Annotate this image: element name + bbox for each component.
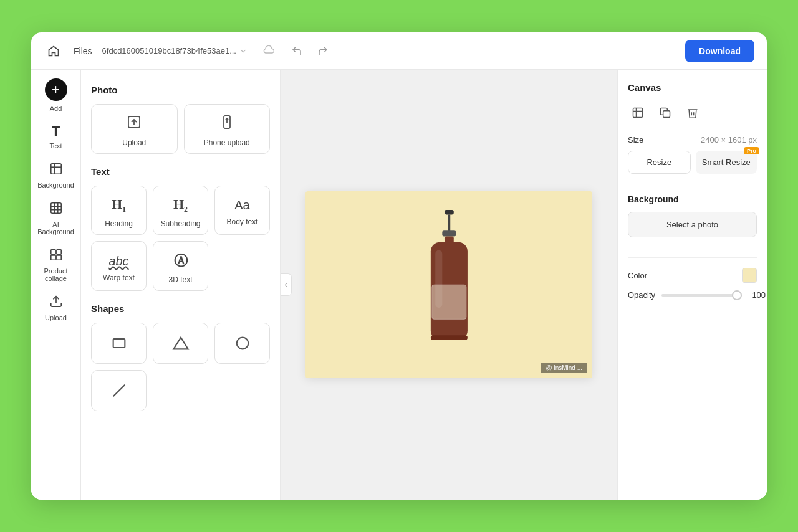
select-photo-button[interactable]: Select a photo [628,212,757,237]
right-panel: Canvas Size 2400 × 1601 px Resize [617,70,767,500]
upload-card-icon [127,115,142,133]
nav-ai-background[interactable]: AI Background [36,196,76,240]
redo-button[interactable] [314,42,332,60]
svg-rect-5 [56,250,60,254]
collapse-panel-button[interactable]: ‹ [281,273,292,296]
photo-grid: Upload Phone upload [91,104,270,154]
background-section-title: Background [628,194,757,204]
divider-1 [628,184,757,184]
phone-upload-icon [219,115,234,133]
svg-rect-17 [445,210,454,214]
svg-rect-6 [50,255,55,260]
svg-rect-24 [430,335,467,340]
nav-product-collage-label: Product collage [40,267,72,282]
warp-text-card[interactable]: abc Warp text [91,241,147,291]
heading-card[interactable]: H1 Heading [91,186,147,235]
undo-redo-actions [287,42,332,60]
home-button[interactable] [44,41,64,61]
color-row: Color [628,268,757,283]
style-icon[interactable] [628,103,648,123]
subheading-label: Subheading [160,219,200,228]
divider-2 [628,257,757,258]
text-section-title: Text [91,166,270,177]
rectangle-shape[interactable] [91,323,147,364]
cloud-icon [262,44,275,59]
watermark: @ insMind ... [541,363,587,373]
body-text-icon: Aa [234,198,249,212]
app-body: + Add T Text Background AI Background [31,70,767,500]
svg-rect-23 [431,285,466,319]
duplicate-icon[interactable] [655,103,675,123]
text-icon: T [52,123,60,140]
product-bottle [415,210,484,359]
svg-rect-7 [56,255,60,260]
warp-text-label: Warp text [103,273,135,282]
shapes-row2 [91,370,270,411]
three-d-text-card[interactable]: Ⓐ 3D text [153,241,208,291]
upload-icon [49,295,63,311]
download-button[interactable]: Download [685,40,754,62]
svg-line-16 [113,385,125,397]
canvas-area: ‹ [281,70,617,500]
size-value: 2400 × 1601 px [701,135,757,145]
add-label: Add [50,105,62,112]
undo-button[interactable] [287,42,306,60]
svg-rect-19 [442,230,456,236]
circle-shape[interactable] [214,323,270,364]
phone-upload-card-label: Phone upload [204,138,250,147]
add-panel: Photo Upload Phone upload Text [81,70,281,500]
canvas-action-icons [628,103,757,123]
svg-rect-26 [663,111,670,118]
shapes-section-title: Shapes [91,303,270,314]
nav-upload-label: Upload [45,314,67,321]
left-nav: + Add T Text Background AI Background [31,70,81,500]
add-nav-item[interactable]: + Add [45,78,67,112]
resize-row: Resize Smart Resize Pro [628,151,757,174]
product-collage-icon [49,248,63,265]
resize-button[interactable]: Resize [628,151,691,174]
add-button[interactable]: + [45,78,67,101]
opacity-slider[interactable] [661,294,742,297]
size-label: Size [628,135,643,145]
text-grid: H1 Heading H2 Subheading Aa Body text ab… [91,186,270,291]
nav-ai-background-label: AI Background [37,221,74,235]
nav-background[interactable]: Background [36,157,76,194]
line-shape[interactable] [91,370,147,411]
subheading-icon: H2 [173,196,188,214]
color-swatch[interactable] [742,268,757,283]
subheading-card[interactable]: H2 Subheading [153,186,208,235]
nav-text[interactable]: T Text [36,118,76,154]
upload-card[interactable]: Upload [91,104,178,154]
header: Files 6fdcd160051019bc18f73b4fe53ae1... … [31,32,767,70]
upload-card-label: Upload [122,138,146,147]
svg-point-15 [236,338,248,349]
body-text-label: Body text [226,217,257,226]
opacity-row: Opacity 100 [628,290,757,300]
background-icon [49,162,63,179]
opacity-value: 100 [748,290,766,300]
svg-rect-18 [448,214,450,232]
delete-icon[interactable] [683,103,703,123]
three-d-text-label: 3D text [168,275,192,284]
photo-section-title: Photo [91,85,270,95]
nav-upload[interactable]: Upload [36,290,76,326]
nav-background-label: Background [37,181,74,189]
ai-background-icon [49,201,63,218]
nav-text-label: Text [49,142,62,150]
three-d-text-icon: Ⓐ [174,252,188,270]
smart-resize-button[interactable]: Smart Resize Pro [696,151,757,174]
phone-upload-card[interactable]: Phone upload [184,104,271,154]
shapes-grid [91,323,270,364]
svg-rect-25 [633,108,643,118]
warp-text-icon: abc [108,254,128,268]
svg-rect-4 [50,250,55,254]
nav-product-collage[interactable]: Product collage [36,243,76,287]
opacity-label: Opacity [628,290,655,300]
svg-rect-0 [50,164,61,174]
files-link[interactable]: Files [74,46,92,56]
svg-marker-14 [173,338,188,349]
canvas-content[interactable]: @ insMind ... [305,191,592,378]
filename-display[interactable]: 6fdcd160051019bc18f73b4fe53ae1... [102,46,248,55]
body-text-card[interactable]: Aa Body text [214,186,270,235]
triangle-shape[interactable] [153,323,208,364]
